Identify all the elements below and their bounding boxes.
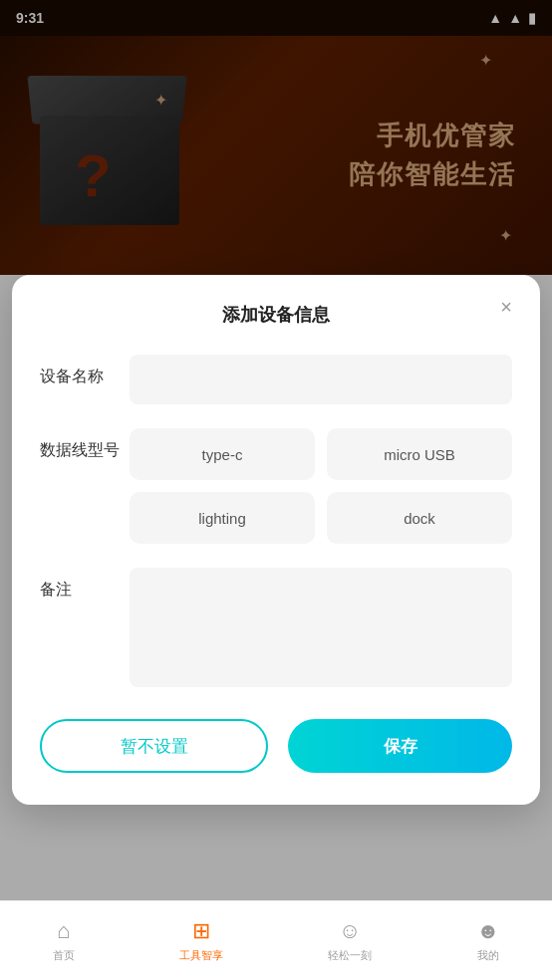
close-button[interactable]: × <box>492 293 520 321</box>
cancel-button[interactable]: 暂不设置 <box>40 719 268 773</box>
device-name-input[interactable] <box>130 355 512 404</box>
nav-item-home[interactable]: ⌂ 首页 <box>53 918 75 963</box>
close-icon: × <box>500 296 512 319</box>
nav-item-mine[interactable]: ☻ 我的 <box>476 918 499 963</box>
save-button[interactable]: 保存 <box>288 719 512 773</box>
cable-type-row: 数据线型号 type-c micro USB lighting dock <box>40 428 512 544</box>
modal-overlay: × 添加设备信息 设备名称 数据线型号 type-c micro USB lig… <box>0 0 552 980</box>
cable-options-grid: type-c micro USB lighting dock <box>130 428 512 544</box>
cable-type-label: 数据线型号 <box>40 428 130 461</box>
action-buttons: 暂不设置 保存 <box>40 719 512 773</box>
nav-label-relax: 轻松一刻 <box>328 948 372 963</box>
device-name-label: 设备名称 <box>40 355 130 387</box>
notes-input[interactable] <box>130 568 512 687</box>
cable-option-type-c[interactable]: type-c <box>130 428 315 480</box>
notes-row: 备注 <box>40 568 512 687</box>
relax-icon: ☺ <box>339 918 361 944</box>
notes-label: 备注 <box>40 568 130 601</box>
cable-option-dock[interactable]: dock <box>327 492 512 544</box>
home-icon: ⌂ <box>57 918 70 944</box>
nav-item-tools[interactable]: ⊞ 工具智享 <box>179 918 223 963</box>
tools-icon: ⊞ <box>192 918 210 944</box>
nav-label-mine: 我的 <box>477 948 499 963</box>
nav-label-tools: 工具智享 <box>179 948 223 963</box>
nav-label-home: 首页 <box>53 948 75 963</box>
bottom-nav: ⌂ 首页 ⊞ 工具智享 ☺ 轻松一刻 ☻ 我的 <box>0 900 552 980</box>
add-device-modal: × 添加设备信息 设备名称 数据线型号 type-c micro USB lig… <box>12 275 540 805</box>
cable-option-lighting[interactable]: lighting <box>130 492 315 544</box>
nav-item-relax[interactable]: ☺ 轻松一刻 <box>328 918 372 963</box>
cable-option-micro-usb[interactable]: micro USB <box>327 428 512 480</box>
mine-icon: ☻ <box>476 918 499 944</box>
modal-title: 添加设备信息 <box>40 303 512 327</box>
device-name-row: 设备名称 <box>40 355 512 404</box>
